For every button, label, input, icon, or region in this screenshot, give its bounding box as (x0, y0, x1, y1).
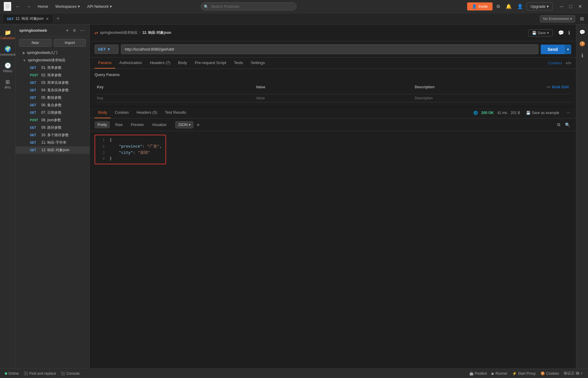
list-item-11[interactable]: GET 11. 响应-字符串 (16, 139, 89, 146)
method-select[interactable]: GET ▾ (95, 45, 118, 54)
key-input[interactable] (97, 96, 251, 100)
minimize-button[interactable]: ─ (557, 2, 566, 10)
close-button[interactable]: ✕ (576, 2, 584, 10)
import-button[interactable]: Import (54, 39, 86, 47)
collection-request[interactable]: ▼ springbootweb请求响应 (16, 57, 89, 64)
list-item-08[interactable]: POST 08. json参数 (16, 116, 89, 124)
find-replace-button[interactable]: ⬛ Find and replace (24, 371, 56, 376)
send-dropdown-button[interactable]: ▾ (565, 45, 571, 54)
request-tab[interactable]: GET 12. 响应-对象json ✕ (2, 14, 54, 23)
list-item-02[interactable]: POST 02. 简单参数 (16, 72, 89, 79)
invite-button[interactable]: 👤 Invite (467, 2, 493, 10)
sidebar-item-history[interactable]: 🕐 History (1, 60, 15, 75)
home-link[interactable]: Home (35, 3, 51, 10)
tab-tests[interactable]: Tests (230, 57, 247, 69)
new-collection-button[interactable]: + (65, 27, 70, 34)
save-example-button[interactable]: 💾 Save as example (524, 110, 562, 116)
right-panel-comment-icon[interactable]: 💬 (578, 27, 587, 37)
console-button[interactable]: ⬛ Console (61, 371, 80, 376)
search-response-button[interactable]: 🔍 (564, 121, 571, 128)
tab-authorization[interactable]: Authorization (116, 57, 146, 69)
response-tab-headers[interactable]: Headers (5) (133, 107, 161, 118)
value-input[interactable] (256, 96, 410, 100)
format-tab-pretty[interactable]: Pretty (95, 121, 110, 128)
new-tab-button[interactable]: + (54, 14, 62, 23)
cookies-link[interactable]: Cookies (548, 58, 562, 68)
sidebar-more-button[interactable]: ⋯ (79, 27, 86, 34)
info-icon[interactable]: ℹ (567, 28, 571, 38)
code-icon[interactable]: </> (566, 61, 571, 65)
response-tab-cookies[interactable]: Cookies (111, 107, 133, 118)
new-button[interactable]: New (19, 39, 51, 47)
postbot-button[interactable]: 🤖 Postbot (469, 371, 487, 376)
list-item-03[interactable]: GET 03. 简单实体参数 (16, 79, 89, 86)
sidebar-item-environments[interactable]: 🌍 Environments (1, 43, 15, 59)
restore-button[interactable]: □ (567, 2, 575, 10)
tab-settings[interactable]: Settings (247, 57, 268, 69)
filter-button[interactable]: ≡ (72, 27, 77, 34)
list-item-09[interactable]: GET 09. 路径参数 (16, 124, 89, 131)
format-tab-preview[interactable]: Preview (128, 121, 147, 128)
list-item-01[interactable]: GET 01. 简单参数 (16, 64, 89, 72)
globe-icon: 🌐 (473, 111, 478, 115)
format-align-icon[interactable]: ≡ (196, 121, 200, 128)
response-tab-body[interactable]: Body (95, 107, 111, 118)
tab-body[interactable]: Body (174, 57, 191, 69)
runner-button[interactable]: ▶ Runner (492, 371, 507, 376)
workspaces-dropdown[interactable]: Workspaces ▾ (53, 3, 82, 10)
bell-icon[interactable]: 🔔 (504, 2, 513, 10)
back-button[interactable]: ← (14, 3, 22, 10)
environment-selector[interactable]: No Environment ▾ (540, 15, 575, 22)
bottombar: Online ⬛ Find and replace ⬛ Console 🤖 Po… (0, 368, 588, 378)
sidebar-item-apis[interactable]: ⊞ APIs (1, 76, 15, 92)
settings-icon[interactable]: ⚙ (494, 2, 502, 10)
right-panel-cookie-icon[interactable]: 🍪 (578, 39, 587, 49)
comment-icon[interactable]: 💬 (557, 28, 565, 38)
list-item-10[interactable]: GET 10. 多个路径参数 (16, 131, 89, 139)
list-item-12[interactable]: GET 12. 响应-对象json (16, 146, 89, 154)
breadcrumb-workspace[interactable]: springbootweb请求响应 (100, 30, 138, 35)
collection-intro[interactable]: ▶ springbootweb入门 (16, 49, 89, 57)
avatar-icon[interactable]: 👤 (515, 2, 525, 10)
response-more-icon[interactable]: ⋯ (565, 110, 571, 116)
key-column-header: Key (95, 80, 253, 94)
bulk-edit-button[interactable]: Bulk Edit (552, 82, 569, 92)
sidebar-item-collections[interactable]: 📁 Collections (1, 27, 15, 42)
response-tab-test-results[interactable]: Test Results (161, 107, 190, 118)
save-button[interactable]: 💾 Save ▾ (528, 29, 553, 37)
tab-pre-request[interactable]: Pre-request Script (191, 57, 230, 69)
tabbar: GET 12. 响应-对象json ✕ + No Environment ▾ ⊞ (0, 13, 588, 25)
list-item-06[interactable]: GET 06. 集合参数 (16, 101, 89, 109)
copy-button[interactable]: ⧉ (556, 121, 561, 128)
method-chevron-icon: ▾ (108, 47, 110, 51)
api-network-chevron-icon: ▾ (110, 4, 112, 9)
send-button[interactable]: Send (541, 45, 565, 54)
cookies-bottom-button[interactable]: 🍪 Cookies (540, 371, 559, 376)
environment-icon[interactable]: ⊞ (578, 15, 586, 23)
list-item-05[interactable]: GET 05. 数组参数 (16, 94, 89, 101)
api-network-dropdown[interactable]: API Network ▾ (85, 3, 114, 10)
format-tab-raw[interactable]: Raw (112, 121, 125, 128)
tab-close-icon[interactable]: ✕ (45, 16, 49, 21)
tab-params[interactable]: Params (95, 57, 115, 69)
bottombar-right: 🤖 Postbot ▶ Runner ⚡ Start Proxy 🍪 Cooki… (469, 371, 583, 376)
tab-headers[interactable]: Headers (7) (146, 57, 174, 69)
forward-button[interactable]: → (25, 3, 33, 10)
response-body: 1 { 2 "province": "广东", 3 "city": "深圳" (90, 131, 576, 368)
format-tab-visualize[interactable]: Visualize (149, 121, 169, 128)
breadcrumb-separator: / (139, 31, 140, 35)
menu-icon[interactable]: ☰ (4, 2, 11, 11)
list-item-04[interactable]: GET 04. 复杂实体参数 (16, 86, 89, 94)
json-format-selector[interactable]: JSON ▾ (175, 121, 193, 128)
right-panel-info-icon[interactable]: ℹ (580, 50, 584, 61)
value-column-header: Value (253, 80, 412, 94)
search-input[interactable] (201, 2, 297, 10)
json-line-1: 1 { (99, 137, 162, 143)
environments-icon: 🌍 (4, 46, 11, 52)
upgrade-button[interactable]: Upgrade ▾ (527, 2, 553, 10)
description-input[interactable] (415, 96, 569, 100)
list-item-07[interactable]: GET 07. 日期参数 (16, 109, 89, 116)
url-input[interactable] (121, 44, 538, 54)
bulk-edit-more-icon[interactable]: ⋯ (547, 85, 550, 89)
start-proxy-button[interactable]: ⚡ Start Proxy (512, 371, 536, 376)
